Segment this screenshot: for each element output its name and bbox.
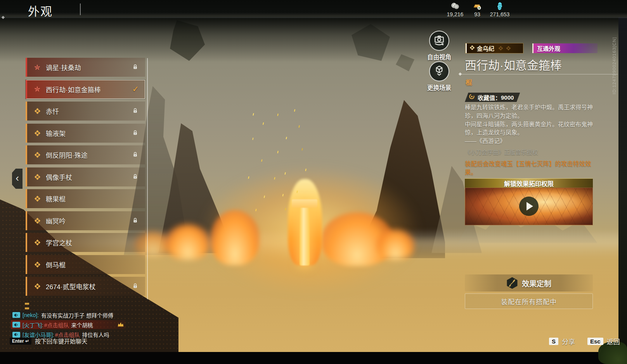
skin-list-item[interactable]: 倒反阴阳·殊途 ✓ (26, 145, 145, 164)
weapon-type: 棍 (466, 77, 472, 87)
equip-all-label: 装配在所有搭配中 (501, 297, 557, 306)
free-camera-button[interactable] (429, 31, 449, 51)
collection-swirl-icon (469, 93, 475, 101)
chat-text: 有没有实战刀手子 想拜个师傅 (41, 311, 113, 319)
camera-icon (433, 34, 445, 48)
enter-hint-text: 按下回车键开始聊天 (35, 337, 87, 345)
gold-pinwheel-icon (469, 45, 475, 52)
chat-message[interactable]: [neko]: 有没有实战刀手子 想拜个师傅 (11, 311, 121, 319)
chat-message[interactable]: [火丁飞]: #点击组队 来个胡桃 (11, 320, 125, 329)
flame (166, 224, 210, 260)
lock-icon (132, 130, 138, 137)
series-tag: 金乌纪 (466, 43, 523, 53)
skin-list-item[interactable]: 输液架 ✓ (26, 124, 145, 143)
chat-list: [neko]: 有没有实战刀手子 想拜个师傅 [火丁飞]: #点击组队 来个胡桃… (11, 311, 135, 340)
skin-item-label: 输液架 (46, 128, 66, 138)
skin-item-label: 糖果棍 (46, 194, 66, 204)
chat-sender[interactable]: [neko]: (23, 312, 39, 318)
golden-staff (300, 202, 310, 266)
item-title: 西行劫·如意金箍棒 (465, 56, 562, 73)
currency-value: 19,216 (444, 11, 466, 17)
share-key-badge[interactable]: S (549, 338, 558, 345)
currency-value: 93 (468, 11, 487, 17)
collection-label: 收藏值： (478, 93, 501, 102)
chevron-left-icon: ‹ (16, 172, 19, 184)
collection-value-badge: 收藏值： 9000 (465, 93, 520, 102)
page-title: 外观 (28, 2, 53, 19)
crossplay-tag: 互通外观 (532, 43, 598, 53)
skin-list-item[interactable]: 学宫之杖 ✓ (26, 233, 145, 252)
effect-change-note: 装配后会改变魂玉【五情七灭阵】的攻击特效效果。 (465, 160, 597, 177)
bottom-black-bar (0, 352, 627, 364)
jade-spiral-icon (487, 2, 513, 11)
currency-jade[interactable]: 271,653 (487, 2, 513, 17)
chat-text: 来个胡桃 (71, 321, 93, 329)
lock-icon (132, 283, 138, 290)
right-edge-shade (618, 17, 627, 352)
rarity-icon (34, 195, 41, 202)
skin-list-item[interactable]: 赤忏 ✓ (26, 102, 145, 121)
skin-item-label: 幽冥吟 (46, 216, 66, 226)
change-scene-label: 更换场景 (420, 83, 459, 91)
rarity-icon (34, 261, 41, 268)
skin-list-item[interactable]: 幽冥吟 ✓ (26, 211, 145, 230)
skin-list-item[interactable]: 西行劫·如意金箍棒 ✓ (26, 80, 145, 99)
enter-key-badge: Enter ↵ (10, 338, 31, 345)
skin-item-label: 谪星·扶桑劫 (46, 62, 81, 72)
equip-all-button[interactable]: 装配在所有搭配中 (465, 293, 593, 309)
music-license-note: 《小刀会序曲》正版音乐授权 (465, 148, 538, 156)
skin-list-item[interactable]: 谪星·扶桑劫 ✓ (26, 58, 145, 77)
scroll-tick (25, 303, 29, 305)
crown-icon (117, 321, 124, 328)
skin-item-label: 学宫之杖 (46, 238, 72, 247)
gold-ingot-icon (468, 2, 487, 11)
currency-coins[interactable]: 19,216 (444, 2, 466, 17)
skin-item-label: 倒马棍 (46, 260, 66, 269)
collection-value: 9000 (501, 94, 514, 101)
coins-icon (444, 2, 466, 11)
chat-channel[interactable]: #点击组队 (44, 321, 69, 329)
crossplay-tag-label: 互通外观 (537, 44, 560, 52)
lock-icon (132, 174, 138, 181)
series-tag-label: 金乌纪 (477, 44, 494, 52)
title-divider-line (460, 74, 618, 74)
flame (377, 229, 414, 260)
collapse-panel-button[interactable]: ‹ (12, 169, 23, 189)
rarity-icon (34, 283, 41, 290)
share-label[interactable]: 分享 (562, 336, 575, 346)
rarity-icon (34, 239, 41, 246)
rarity-icon (34, 86, 41, 93)
skin-list-item[interactable]: 倒马棍 ✓ (26, 255, 145, 274)
skin-item-label: 偶像手杖 (46, 172, 72, 182)
change-scene-button[interactable] (429, 61, 449, 81)
currency-gold-ingot[interactable]: 93 (468, 2, 487, 17)
scrollbar[interactable] (147, 58, 148, 299)
skin-list-item[interactable]: 偶像手杖 ✓ (26, 167, 145, 186)
free-camera-label: 自由视角 (420, 52, 459, 61)
skin-list-item[interactable]: 2674·贰型电浆杖 ✓ (26, 277, 145, 296)
skin-list-item[interactable]: 糖果棍 ✓ (26, 189, 145, 208)
lock-icon (132, 64, 138, 71)
weapon-hex-icon (506, 277, 518, 289)
unlock-effect-banner[interactable]: 解锁效果拓印权限 (465, 178, 593, 188)
lock-icon (132, 108, 138, 115)
lock-icon (132, 152, 138, 159)
chat-input-hint[interactable]: Enter ↵ 按下回车键开始聊天 (10, 337, 87, 345)
chat-channel-icon (12, 312, 20, 318)
series-tag-ornaments (498, 46, 511, 51)
unlock-effect-banner-label: 解锁效果拓印权限 (504, 179, 554, 188)
top-shade (0, 17, 627, 62)
rarity-icon (34, 173, 41, 180)
play-button[interactable] (519, 197, 539, 216)
top-bar (0, 0, 627, 18)
skin-item-label: 倒反阴阳·殊途 (46, 150, 88, 160)
game-screen: 外观 19,216 93 271,653 谪星·扶桑劫 ✓ (0, 0, 627, 364)
chat-sender[interactable]: [火丁飞]: (23, 321, 43, 329)
esc-key-badge[interactable]: Esc (587, 338, 603, 345)
scene-cube-icon (433, 64, 445, 78)
description-line: ——《西游记》 (465, 137, 597, 145)
back-label[interactable]: 返回 (607, 336, 620, 346)
effect-customize-button[interactable]: 效果定制 (465, 274, 593, 292)
equipped-check-icon: ✓ (132, 85, 139, 94)
player-id-watermark: ID:12479900240163[CN] (612, 37, 617, 94)
